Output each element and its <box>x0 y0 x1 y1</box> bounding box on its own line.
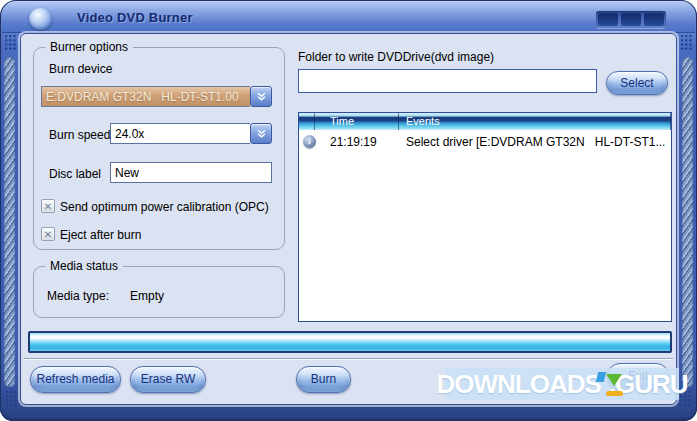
opc-checkbox[interactable]: ✕ <box>41 199 55 213</box>
refresh-media-button[interactable]: Refresh media <box>30 366 121 393</box>
close-button[interactable] <box>644 13 664 26</box>
downloads-guru-watermark: DOWNLOADS .GURU <box>445 368 679 400</box>
column-header-time[interactable]: Time <box>315 113 399 130</box>
event-log-header: Time Events <box>299 113 671 130</box>
media-type-label: Media type: <box>47 289 109 303</box>
disc-label-label: Disc label <box>49 167 101 181</box>
frame-dots-decoration <box>680 34 693 51</box>
burn-speed-label: Burn speed <box>49 128 110 142</box>
event-log-list: Time Events 21:19:19 Select driver [E:DV… <box>298 112 672 322</box>
burn-button[interactable]: Burn <box>296 366 351 393</box>
maximize-button[interactable] <box>621 13 641 26</box>
eject-checkbox-label: Eject after burn <box>60 228 141 242</box>
eject-checkbox[interactable]: ✕ <box>41 227 55 241</box>
chevron-down-icon <box>256 91 267 102</box>
opc-checkbox-label: Send optimum power calibration (OPC) <box>60 200 269 214</box>
title-bar[interactable]: Video DVD Burner <box>2 2 695 33</box>
frame-grip-right <box>682 57 693 387</box>
disc-label-input[interactable] <box>110 162 272 183</box>
watermark-text-left: DOWNLOADS <box>436 369 600 400</box>
select-button[interactable]: Select <box>606 71 668 95</box>
erase-rw-button[interactable]: Erase RW <box>130 366 206 393</box>
column-header-events[interactable]: Events <box>399 113 671 130</box>
column-header-icon[interactable] <box>299 113 315 130</box>
divider-line <box>24 358 673 360</box>
frame-grip-left <box>4 57 15 387</box>
frame-dots-decoration <box>5 390 18 407</box>
burn-device-value[interactable]: E:DVDRAM GT32N HL-DT-ST1.00 <box>41 86 250 107</box>
window-controls <box>596 11 666 28</box>
burn-speed-value[interactable]: 24.0x <box>110 123 250 144</box>
table-row[interactable]: 21:19:19 Select driver [E:DVDRAM GT32N H… <box>299 133 671 151</box>
app-window: Video DVD Burner Burner options Burn dev… <box>0 0 697 421</box>
media-status-legend: Media status <box>45 259 123 273</box>
frame-dots-decoration <box>4 34 17 51</box>
event-text-cell: Select driver [E:DVDRAM GT32N HL-DT-ST1.… <box>399 135 671 149</box>
burn-speed-combobox: 24.0x <box>110 123 272 144</box>
window-title: Video DVD Burner <box>77 10 193 25</box>
chevron-down-icon <box>256 128 267 139</box>
folder-path-input[interactable] <box>298 69 597 93</box>
info-icon <box>303 135 316 148</box>
event-time-cell: 21:19:19 <box>315 135 399 149</box>
progress-bar <box>28 331 672 353</box>
burn-device-dropdown-button[interactable] <box>250 86 272 107</box>
burn-device-combobox: E:DVDRAM GT32N HL-DT-ST1.00 <box>41 86 272 107</box>
burner-options-legend: Burner options <box>45 40 133 54</box>
burn-device-label: Burn device <box>49 62 112 76</box>
burner-options-group: Burner options <box>33 47 285 250</box>
media-type-value: Empty <box>130 289 164 303</box>
burn-speed-dropdown-button[interactable] <box>250 123 272 144</box>
app-orb-icon <box>29 8 52 30</box>
minimize-button[interactable] <box>598 13 618 26</box>
folder-label: Folder to write DVDDrive(dvd image) <box>298 50 494 64</box>
